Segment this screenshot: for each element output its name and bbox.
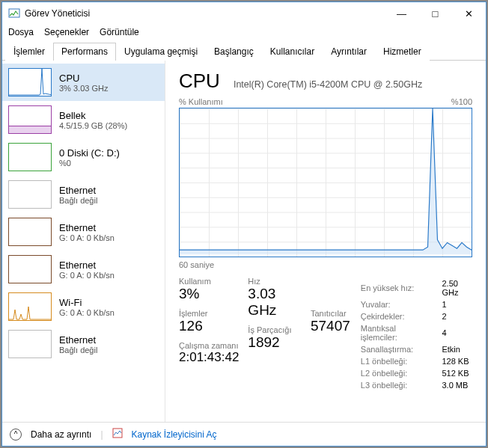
cores-value: 2 bbox=[442, 311, 471, 322]
tab-performance[interactable]: Performans bbox=[53, 43, 116, 61]
l1-label: L1 önbelleği: bbox=[361, 356, 441, 366]
sidebar-item-ethernet-2[interactable]: Ethernet G: 0 A: 0 Kb/sn bbox=[2, 251, 165, 288]
svg-rect-1 bbox=[113, 429, 122, 438]
speed-value: 3.03 GHz bbox=[248, 286, 302, 319]
maximize-button[interactable]: □ bbox=[418, 2, 452, 25]
sidebar[interactable]: CPU 3% 3.03 GHz Bellek 4.5/15.9 GB (28%)… bbox=[2, 61, 165, 422]
task-manager-window: Görev Yöneticisi — □ ✕ Dosya Seçenekler … bbox=[1, 1, 487, 447]
ethernet-thumb bbox=[8, 255, 52, 283]
sidebar-memory-sub: 4.5/15.9 GB (28%) bbox=[59, 121, 127, 130]
sidebar-memory-label: Bellek bbox=[59, 110, 127, 121]
minimize-button[interactable]: — bbox=[385, 2, 418, 25]
memory-thumb bbox=[8, 105, 52, 134]
menubar: Dosya Seçenekler Görüntüle bbox=[2, 25, 486, 40]
uptime-value: 2:01:43:42 bbox=[179, 350, 239, 365]
close-button[interactable]: ✕ bbox=[452, 2, 486, 25]
sidebar-eth3-sub: Bağlı değil bbox=[59, 346, 97, 355]
sidebar-eth0-label: Ethernet bbox=[59, 185, 97, 196]
cpu-chart-line bbox=[180, 108, 472, 254]
resmon-icon bbox=[112, 428, 123, 441]
sidebar-item-ethernet-3[interactable]: Ethernet Bağlı değil bbox=[2, 325, 165, 363]
window-title: Görev Yöneticisi bbox=[25, 8, 385, 19]
sidebar-eth1-sub: G: 0 A: 0 Kb/sn bbox=[59, 233, 115, 242]
open-resmon-link[interactable]: Kaynak İzleyicisini Aç bbox=[132, 429, 217, 440]
threads-value: 1892 bbox=[248, 334, 302, 351]
l2-label: L2 önbelleği: bbox=[361, 368, 441, 378]
processes-value: 126 bbox=[179, 318, 239, 334]
sidebar-disk-label: 0 Diski (C: D:) bbox=[59, 147, 120, 159]
sidebar-item-ethernet-0[interactable]: Ethernet Bağlı değil bbox=[2, 176, 165, 213]
sidebar-eth1-label: Ethernet bbox=[59, 222, 115, 233]
content-area: CPU 3% 3.03 GHz Bellek 4.5/15.9 GB (28%)… bbox=[2, 61, 486, 422]
cores-label: Çekirdekler: bbox=[361, 311, 441, 322]
cpu-thumb bbox=[8, 68, 52, 96]
logical-value: 4 bbox=[442, 323, 471, 343]
sidebar-eth0-sub: Bağlı değil bbox=[59, 196, 97, 205]
sidebar-item-cpu[interactable]: CPU 3% 3.03 GHz bbox=[2, 64, 165, 101]
sidebar-item-memory[interactable]: Bellek 4.5/15.9 GB (28%) bbox=[2, 101, 165, 138]
maxspeed-value: 2.50 GHz bbox=[442, 278, 471, 298]
disk-thumb bbox=[8, 143, 52, 171]
tab-users[interactable]: Kullanıcılar bbox=[262, 43, 323, 61]
l3-label: L3 önbelleği: bbox=[361, 380, 441, 390]
wifi-thumb bbox=[8, 292, 52, 321]
sidebar-item-wifi[interactable]: Wi-Fi G: 0 A: 0 Kb/sn bbox=[2, 288, 165, 325]
logical-label: Mantıksal işlemciler: bbox=[361, 323, 441, 343]
menu-file[interactable]: Dosya bbox=[8, 27, 34, 37]
maxspeed-label: En yüksek hız: bbox=[361, 278, 441, 298]
tab-details[interactable]: Ayrıntılar bbox=[323, 43, 375, 61]
sidebar-wifi-sub: G: 0 A: 0 Kb/sn bbox=[59, 308, 115, 317]
usage-value: 3% bbox=[179, 286, 239, 302]
panel-subtitle: Intel(R) Core(TM) i5-4200M CPU @ 2.50GHz bbox=[234, 79, 422, 90]
l1-value: 128 KB bbox=[442, 356, 471, 366]
fewer-details-link[interactable]: Daha az ayrıntı bbox=[31, 429, 91, 440]
sockets-value: 1 bbox=[442, 299, 471, 310]
sidebar-item-ethernet-1[interactable]: Ethernet G: 0 A: 0 Kb/sn bbox=[2, 213, 165, 251]
handles-label: Tanıtıcılar bbox=[311, 309, 350, 318]
tabbar: İşlemler Performans Uygulama geçmişi Baş… bbox=[2, 40, 486, 61]
l3-value: 3.0 MB bbox=[442, 380, 471, 390]
tab-services[interactable]: Hizmetler bbox=[375, 43, 430, 61]
cpu-info-table: En yüksek hız:2.50 GHz Yuvalar:1 Çekirde… bbox=[359, 277, 472, 392]
footer: ^ Daha az ayrıntı | Kaynak İzleyicisini … bbox=[2, 422, 486, 446]
panel-title: CPU bbox=[179, 70, 220, 93]
menu-options[interactable]: Seçenekler bbox=[44, 27, 89, 37]
uptime-label: Çalışma zamanı bbox=[179, 341, 239, 350]
chevron-up-icon[interactable]: ^ bbox=[10, 429, 22, 441]
tab-apphistory[interactable]: Uygulama geçmişi bbox=[116, 43, 206, 61]
sidebar-item-disk[interactable]: 0 Diski (C: D:) %0 bbox=[2, 138, 165, 176]
app-icon bbox=[8, 7, 20, 19]
sidebar-cpu-label: CPU bbox=[59, 73, 108, 84]
sidebar-disk-sub: %0 bbox=[59, 159, 120, 168]
usage-label: Kullanım bbox=[179, 277, 239, 286]
tab-processes[interactable]: İşlemler bbox=[5, 43, 53, 61]
sidebar-eth3-label: Ethernet bbox=[59, 334, 97, 346]
main-panel: CPU Intel(R) Core(TM) i5-4200M CPU @ 2.5… bbox=[165, 61, 486, 422]
ethernet-thumb bbox=[8, 218, 52, 246]
speed-label: Hız bbox=[248, 277, 302, 286]
threads-label: İş Parçacığı bbox=[248, 325, 302, 334]
ethernet-thumb bbox=[8, 330, 52, 358]
sockets-label: Yuvalar: bbox=[361, 299, 441, 310]
virt-value: Etkin bbox=[442, 344, 471, 355]
stats-grid: Kullanım 3% İşlemler 126 Çalışma zamanı … bbox=[179, 277, 472, 392]
virt-label: Sanallaştırma: bbox=[361, 344, 441, 355]
window-controls: — □ ✕ bbox=[385, 2, 486, 25]
menu-view[interactable]: Görüntüle bbox=[100, 27, 139, 37]
chart-xlabel: 60 saniye bbox=[179, 260, 472, 269]
sidebar-cpu-sub: 3% 3.03 GHz bbox=[59, 84, 108, 93]
tab-startup[interactable]: Başlangıç bbox=[206, 43, 262, 61]
l2-value: 512 KB bbox=[442, 368, 471, 378]
handles-value: 57407 bbox=[311, 318, 350, 334]
sidebar-eth2-sub: G: 0 A: 0 Kb/sn bbox=[59, 271, 115, 280]
chart-ymax: %100 bbox=[451, 97, 472, 106]
ethernet-thumb bbox=[8, 180, 52, 209]
sidebar-eth2-label: Ethernet bbox=[59, 260, 115, 271]
sidebar-wifi-label: Wi-Fi bbox=[59, 297, 115, 308]
titlebar[interactable]: Görev Yöneticisi — □ ✕ bbox=[2, 2, 486, 25]
chart-ylabel: % Kullanımı bbox=[179, 97, 223, 106]
cpu-chart[interactable] bbox=[179, 108, 472, 257]
processes-label: İşlemler bbox=[179, 309, 239, 318]
